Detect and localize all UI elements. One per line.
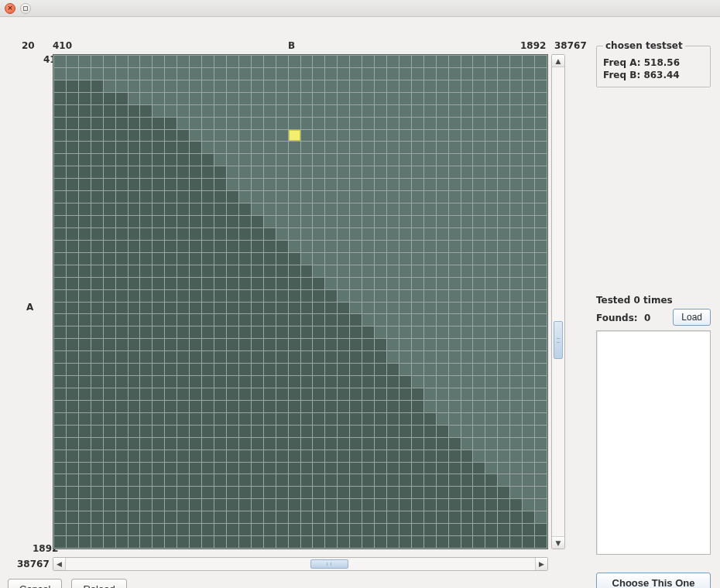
heatmap-cell[interactable] [424,290,436,302]
heatmap-cell[interactable] [177,474,189,486]
heatmap-cell[interactable] [289,142,300,153]
heatmap-cell[interactable] [325,511,337,523]
heatmap-cell[interactable] [239,487,251,498]
heatmap-cell[interactable] [104,413,115,425]
heatmap-cell[interactable] [214,203,226,215]
heatmap-cell[interactable] [239,450,251,462]
heatmap-cell[interactable] [140,536,152,548]
heatmap-cell[interactable] [325,166,337,178]
heatmap-cell[interactable] [190,413,201,425]
heatmap-cell[interactable] [190,339,201,350]
heatmap-cell[interactable] [523,154,534,166]
heatmap-cell[interactable] [252,511,263,523]
heatmap-cell[interactable] [510,450,522,462]
heatmap-cell[interactable] [289,203,300,215]
heatmap-cell[interactable] [54,278,66,289]
heatmap-cell[interactable] [153,265,164,277]
heatmap-cell[interactable] [54,351,66,363]
heatmap-cell[interactable] [449,56,461,67]
heatmap-cell[interactable] [67,253,78,265]
heatmap-cell[interactable] [535,426,547,437]
heatmap-cell[interactable] [387,536,399,548]
heatmap-cell[interactable] [350,80,362,92]
heatmap-cell[interactable] [289,265,300,277]
heatmap-cell[interactable] [449,351,461,363]
heatmap-cell[interactable] [461,401,473,412]
heatmap-cell[interactable] [116,80,128,92]
heatmap-cell[interactable] [461,56,473,67]
heatmap-cell[interactable] [412,130,423,142]
heatmap-cell[interactable] [362,228,374,240]
heatmap-cell[interactable] [129,487,140,498]
heatmap-cell[interactable] [350,278,362,289]
heatmap-cell[interactable] [67,228,78,240]
heatmap-cell[interactable] [202,191,214,203]
heatmap-cell[interactable] [350,154,362,166]
heatmap-cell[interactable] [485,388,497,400]
heatmap-cell[interactable] [523,130,534,142]
heatmap-cell[interactable] [252,56,263,67]
heatmap-cell[interactable] [449,228,461,240]
heatmap-cell[interactable] [535,339,547,350]
heatmap-cell[interactable] [54,511,66,523]
heatmap-cell[interactable] [214,401,226,412]
heatmap-cell[interactable] [338,499,349,511]
heatmap-cell[interactable] [227,401,238,412]
heatmap-cell[interactable] [140,303,152,314]
heatmap-cell[interactable] [301,303,313,314]
heatmap-cell[interactable] [214,241,226,252]
heatmap-cell[interactable] [473,278,485,289]
heatmap-cell[interactable] [461,154,473,166]
heatmap-cell[interactable] [301,351,313,363]
heatmap-cell[interactable] [313,511,324,523]
heatmap-cell[interactable] [153,142,164,153]
heatmap-cell[interactable] [214,351,226,363]
heatmap-cell[interactable] [523,253,534,265]
heatmap-cell[interactable] [79,487,91,498]
heatmap-cell[interactable] [177,463,189,474]
heatmap-cell[interactable] [190,179,201,190]
heatmap-cell[interactable] [239,438,251,450]
heatmap-cell[interactable] [276,474,288,486]
heatmap-cell[interactable] [313,203,324,215]
heatmap-cell[interactable] [79,364,91,375]
horizontal-scrollbar-thumb[interactable] [310,559,348,569]
heatmap-cell[interactable] [264,216,276,227]
heatmap-cell[interactable] [54,80,66,92]
heatmap-cell[interactable] [116,450,128,462]
heatmap-cell[interactable] [387,326,399,338]
heatmap-cell[interactable] [437,191,448,203]
heatmap-cell[interactable] [412,401,423,412]
heatmap-cell[interactable] [202,339,214,350]
heatmap-cell[interactable] [301,401,313,412]
heatmap-cell[interactable] [449,450,461,462]
heatmap-cell[interactable] [289,450,300,462]
heatmap-cell[interactable] [129,203,140,215]
heatmap-cell[interactable] [165,253,177,265]
heatmap-cell[interactable] [362,351,374,363]
heatmap-cell[interactable] [239,265,251,277]
heatmap-cell[interactable] [153,401,164,412]
heatmap-cell[interactable] [301,93,313,104]
heatmap-cell[interactable] [91,487,103,498]
heatmap-cell[interactable] [301,290,313,302]
heatmap-cell[interactable] [424,463,436,474]
heatmap-cell[interactable] [485,253,497,265]
heatmap-cell[interactable] [485,93,497,104]
heatmap-cell[interactable] [313,487,324,498]
heatmap-cell[interactable] [153,426,164,437]
heatmap-cell[interactable] [177,326,189,338]
heatmap-cell[interactable] [387,351,399,363]
heatmap-cell[interactable] [375,154,386,166]
heatmap-cell[interactable] [165,93,177,104]
heatmap-cell[interactable] [67,278,78,289]
heatmap-cell[interactable] [252,388,263,400]
heatmap-cell[interactable] [116,216,128,227]
heatmap-cell[interactable] [227,474,238,486]
heatmap-cell[interactable] [375,203,386,215]
heatmap-cell[interactable] [338,118,349,129]
heatmap-cell[interactable] [177,438,189,450]
heatmap-cell[interactable] [202,474,214,486]
heatmap-cell[interactable] [104,130,115,142]
heatmap-cell[interactable] [449,474,461,486]
